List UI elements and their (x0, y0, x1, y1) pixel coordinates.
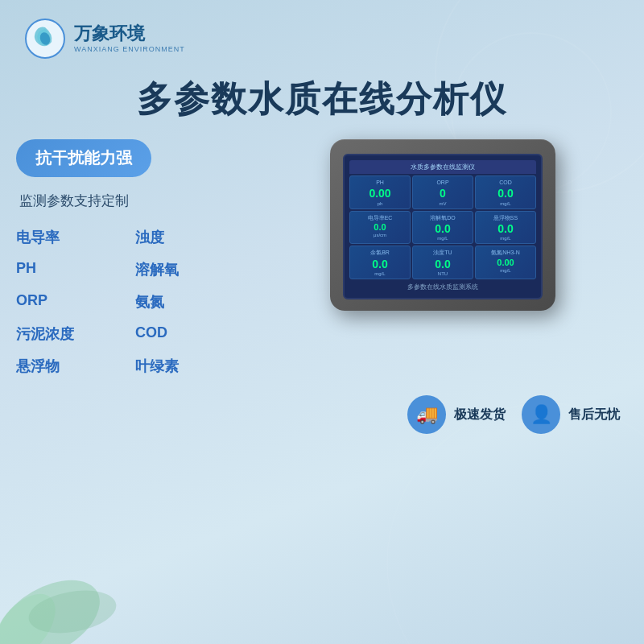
brand-name-cn: 万象环境 (74, 23, 185, 44)
screen-grid: PH 0.00 ph ORP 0 mV COD (349, 175, 536, 279)
cell-ss-label: 悬浮物SS (479, 215, 532, 221)
cell-nh3-label: 氨氮NH3-N (479, 250, 532, 256)
cell-do-unit: mg/L (416, 236, 469, 241)
screen-title: 水质多参数在线监测仪 (349, 160, 536, 174)
feature-item-10: 叶绿素 (135, 353, 242, 379)
bottom-bar: 🚚 极速发货 👤 售后无忧 (0, 386, 644, 434)
cell-ph-unit: ph (353, 201, 407, 206)
feature-item-7: 污泥浓度 (16, 321, 122, 347)
cell-orp-label: ORP (416, 180, 469, 186)
cell-br-label: 余氯BR (353, 250, 407, 256)
cell-br-value: 0.0 (353, 257, 407, 271)
cell-nh3-unit: mg/L (479, 268, 532, 273)
feature-subtitle: 监测参数支持定制 (16, 188, 242, 213)
cell-cod-label: COD (479, 180, 532, 186)
cell-do-label: 溶解氧DO (416, 215, 469, 221)
screen-cell-cod: COD 0.0 mg/L (475, 175, 536, 209)
screen-cell-tu: 浊度TU 0.0 NTU (412, 246, 473, 279)
service-text: 售后无忧 (568, 407, 620, 423)
cell-ec-label: 电导率EC (353, 215, 407, 221)
cell-ec-value: 0.0 (353, 221, 407, 233)
cell-ph-value: 0.00 (353, 186, 407, 200)
brand-name-en: WANXIANG ENVIRONMENT (74, 45, 185, 54)
feature-item-4: 溶解氧 (135, 257, 242, 283)
feature-highlight: 抗干扰能力强 (16, 139, 151, 177)
feature-item-1: 电导率 (16, 225, 122, 250)
features-grid: 电导率 浊度 PH 溶解氧 ORP 氨氮 污泥浓度 COD 悬浮物 叶绿素 (16, 225, 242, 379)
cell-ph-label: PH (353, 180, 407, 186)
cell-ss-unit: mg/L (479, 236, 532, 241)
cell-do-value: 0.0 (416, 221, 469, 236)
screen-cell-ph: PH 0.00 ph (349, 175, 411, 209)
screen-cell-do: 溶解氧DO 0.0 mg/L (412, 211, 473, 245)
cell-nh3-value: 0.00 (479, 257, 532, 268)
cell-ss-value: 0.0 (479, 221, 532, 236)
feature-item-9: 悬浮物 (16, 353, 122, 379)
screen-cell-orp: ORP 0 mV (412, 175, 473, 209)
feature-item-8: COD (135, 321, 242, 347)
feature-item-5: ORP (16, 289, 122, 315)
delivery-icon: 🚚 (407, 395, 446, 434)
cell-cod-unit: mg/L (479, 201, 532, 206)
screen-cell-ss: 悬浮物SS 0.0 mg/L (475, 211, 536, 245)
features-panel: 抗干扰能力强 监测参数支持定制 电导率 浊度 PH 溶解氧 ORP 氨氮 污泥浓… (16, 139, 242, 379)
screen-cell-nh3: 氨氮NH3-N 0.00 mg/L (475, 246, 536, 279)
feature-item-2: 浊度 (135, 225, 242, 250)
cell-ec-unit: μs/cm (353, 233, 407, 237)
screen-footer: 多参数在线水质监测系统 (349, 279, 536, 293)
cell-orp-value: 0 (416, 186, 469, 200)
brand-text: 万象环境 WANXIANG ENVIRONMENT (74, 23, 185, 53)
bottom-item-delivery: 🚚 极速发货 (407, 395, 506, 434)
cell-tu-unit: NTU (416, 271, 469, 276)
feature-item-6: 氨氮 (135, 289, 242, 315)
screen-cell-br: 余氯BR 0.0 mg/L (349, 246, 411, 279)
cell-tu-label: 浊度TU (416, 250, 469, 256)
device-panel: 水质多参数在线监测仪 PH 0.00 ph ORP 0 mV (258, 139, 628, 379)
cell-tu-value: 0.0 (416, 257, 469, 271)
bottom-item-service: 👤 售后无忧 (522, 395, 620, 434)
cell-orp-unit: mV (416, 201, 469, 206)
content-area: 抗干扰能力强 监测参数支持定制 电导率 浊度 PH 溶解氧 ORP 氨氮 污泥浓… (0, 139, 644, 379)
feature-item-3: PH (16, 257, 122, 283)
page-title: 多参数水质在线分析仪 (0, 68, 644, 139)
device-screen: 水质多参数在线监测仪 PH 0.00 ph ORP 0 mV (343, 154, 543, 299)
screen-cell-ec: 电导率EC 0.0 μs/cm (349, 211, 411, 245)
device-box: 水质多参数在线监测仪 PH 0.00 ph ORP 0 mV (330, 139, 555, 311)
service-icon: 👤 (522, 395, 560, 434)
brand-logo-icon (24, 18, 66, 60)
header: 万象环境 WANXIANG ENVIRONMENT (0, 0, 644, 68)
delivery-text: 极速发货 (454, 407, 506, 423)
cell-br-unit: mg/L (353, 271, 407, 276)
cell-cod-value: 0.0 (479, 186, 532, 200)
